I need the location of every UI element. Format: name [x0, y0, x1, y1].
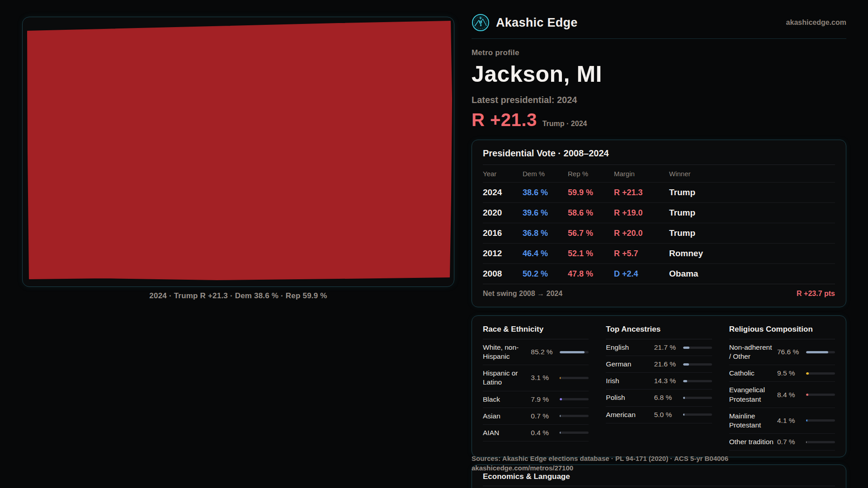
vote-table-title: Presidential Vote · 2008–2024 — [483, 148, 835, 165]
metro-permalink[interactable]: akashicedge.com/metros/27100 — [472, 463, 846, 473]
demo-label: Polish — [606, 393, 651, 402]
stat-bar — [806, 441, 835, 443]
margin-cell: R +5.7 — [614, 249, 669, 258]
demo-label: Black — [483, 395, 528, 404]
stat-bar — [560, 415, 589, 417]
demo-label: Mainline Protestant — [729, 412, 774, 430]
vote-table-row: 201636.8 %56.7 %R +20.0Trump — [483, 223, 835, 244]
demo-label: Catholic — [729, 369, 774, 378]
rep-cell: 47.8 % — [568, 269, 614, 279]
demo-label: White, non-Hispanic — [483, 343, 528, 361]
presidential-vote-card: Presidential Vote · 2008–2024 YearDem %R… — [472, 140, 846, 307]
economics-title: Economics & Language — [483, 472, 835, 486]
column-header: Winner — [669, 170, 835, 178]
year-cell: 2020 — [483, 208, 523, 218]
demo-section-race: Race & EthnicityWhite, non-Hispanic85.2 … — [483, 325, 589, 450]
net-swing-label: Net swing 2008 → 2024 — [483, 290, 562, 298]
demo-value: 0.4 % — [531, 429, 557, 437]
demo-label: Evangelical Protestant — [729, 385, 774, 404]
stat-bar — [806, 351, 835, 353]
stat-bar — [560, 432, 589, 434]
vote-table-row: 202438.6 %59.9 %R +21.3Trump — [483, 183, 835, 203]
page-footer: Sources: Akashic Edge elections database… — [472, 454, 846, 473]
demo-value: 5.0 % — [654, 411, 680, 419]
stat-bar — [560, 377, 589, 379]
map-caption: 2024 · Trump R +21.3 · Dem 38.6 % · Rep … — [22, 291, 454, 300]
sources-line: Sources: Akashic Edge elections database… — [472, 454, 846, 463]
rep-cell: 59.9 % — [568, 188, 614, 197]
latest-presidential-label: Latest presidential: 2024 — [472, 95, 846, 105]
stat-bar-fill — [560, 432, 561, 434]
dem-cell: 50.2 % — [523, 269, 568, 279]
stat-bar-fill — [560, 377, 561, 379]
demo-value: 85.2 % — [531, 348, 557, 356]
demo-label: Irish — [606, 376, 651, 385]
rep-cell: 58.6 % — [568, 208, 614, 218]
headline: R +21.3 Trump · 2024 — [472, 110, 846, 130]
stat-bar-fill — [806, 394, 808, 396]
demo-value: 4.1 % — [777, 417, 803, 425]
margin-cell: R +19.0 — [614, 208, 669, 218]
stat-bar — [683, 397, 712, 399]
metro-map-card — [22, 17, 454, 287]
demo-value: 0.7 % — [531, 412, 557, 420]
headline-note: Trump · 2024 — [542, 120, 587, 128]
winner-cell: Trump — [669, 228, 835, 238]
demo-row: Asian0.7 % — [483, 408, 589, 425]
stat-bar — [683, 380, 712, 382]
demo-row: AIAN0.4 % — [483, 425, 589, 441]
stat-bar-fill — [806, 372, 809, 375]
demo-value: 9.5 % — [777, 369, 803, 377]
rep-cell: 52.1 % — [568, 249, 614, 258]
column-header: Dem % — [523, 170, 568, 178]
demo-section-title: Race & Ethnicity — [483, 325, 589, 339]
demo-row: White, non-Hispanic85.2 % — [483, 339, 589, 365]
stat-bar-fill — [560, 398, 562, 400]
stat-bar — [683, 347, 712, 349]
brand-name: Akashic Edge — [496, 16, 578, 30]
demo-label: Asian — [483, 412, 528, 421]
demo-row: Catholic9.5 % — [729, 365, 835, 382]
demo-label: American — [606, 410, 651, 419]
year-cell: 2012 — [483, 249, 523, 258]
stat-bar-fill — [683, 413, 684, 416]
county-shape — [28, 21, 452, 280]
column-header: Margin — [614, 170, 669, 178]
metro-map — [23, 17, 454, 286]
vote-table-row: 202039.6 %58.6 %R +19.0Trump — [483, 203, 835, 223]
demo-section-title: Religious Composition — [729, 325, 835, 339]
demo-row: Non-adherent / Other76.6 % — [729, 339, 835, 365]
stat-bar-fill — [683, 397, 685, 399]
stat-bar-fill — [683, 363, 689, 366]
demo-value: 21.7 % — [654, 343, 680, 352]
stat-bar — [806, 372, 835, 375]
stat-bar — [683, 363, 712, 366]
stat-bar-fill — [806, 351, 828, 353]
demo-value: 7.9 % — [531, 395, 557, 404]
demo-value: 0.7 % — [777, 438, 803, 446]
stat-bar-fill — [806, 441, 807, 443]
brand-domain: akashicedge.com — [786, 19, 846, 27]
demo-section-religion: Religious CompositionNon-adherent / Othe… — [729, 325, 835, 450]
demo-row: Hispanic or Latino3.1 % — [483, 365, 589, 391]
demo-label: German — [606, 360, 651, 369]
vote-table-row: 200850.2 %47.8 %D +2.4Obama — [483, 264, 835, 284]
demographics-card: Race & EthnicityWhite, non-Hispanic85.2 … — [472, 315, 846, 457]
demo-label: Non-adherent / Other — [729, 343, 774, 361]
demo-row: Polish6.8 % — [606, 389, 712, 406]
stat-bar — [806, 419, 835, 422]
dem-cell: 39.6 % — [523, 208, 568, 218]
demo-row: German21.6 % — [606, 356, 712, 373]
winner-cell: Romney — [669, 249, 835, 258]
stat-bar — [806, 394, 835, 396]
demo-label: Hispanic or Latino — [483, 369, 528, 387]
vote-table-footer: Net swing 2008 → 2024 R +23.7 pts — [483, 284, 835, 301]
demo-row: Black7.9 % — [483, 391, 589, 408]
demo-value: 14.3 % — [654, 377, 680, 385]
header-divider — [472, 38, 846, 39]
dem-cell: 38.6 % — [523, 188, 568, 197]
year-cell: 2008 — [483, 269, 523, 279]
rep-cell: 56.7 % — [568, 229, 614, 238]
demo-value: 6.8 % — [654, 394, 680, 402]
stat-bar-fill — [806, 419, 807, 422]
